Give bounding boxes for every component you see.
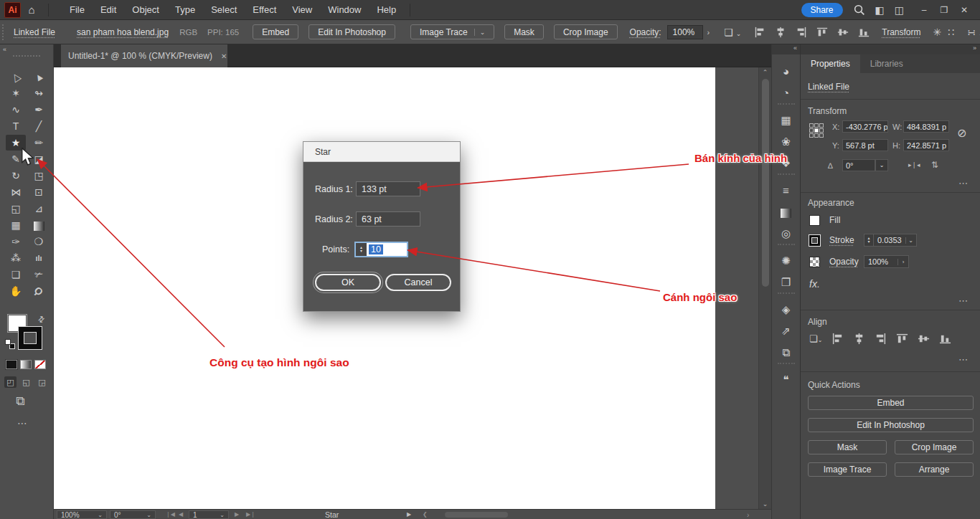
menu-object[interactable]: Object	[124, 4, 167, 15]
transform-link[interactable]: Transform	[882, 27, 920, 37]
horizontal-scroll-thumb[interactable]	[445, 512, 508, 518]
play-icon[interactable]: ▶	[407, 511, 411, 518]
align-horizontal-center-icon[interactable]	[775, 27, 786, 38]
stroke-swatch[interactable]	[809, 235, 820, 246]
stroke-color-swatch[interactable]	[19, 327, 42, 349]
align-vertical-bottom-icon[interactable]	[858, 27, 870, 38]
artboard-number-select[interactable]: 1 ⌄	[189, 510, 229, 519]
workspace-switcher-icon[interactable]: ◫	[895, 4, 904, 16]
h-input[interactable]: 242.8571 p	[903, 139, 949, 151]
swatches-panel-icon[interactable]: ▦	[772, 112, 800, 129]
mesh-tool[interactable]: ▦	[6, 217, 26, 233]
points-field[interactable]: ▴▾ 10	[354, 242, 408, 257]
more-appearance-options-icon[interactable]: ⋯	[958, 295, 969, 306]
width-tool[interactable]: ⋈	[6, 184, 26, 200]
align-vertical-center-icon[interactable]	[837, 27, 849, 38]
align-to-artboard-icon[interactable]: ❏ ⌄	[724, 27, 741, 38]
tab-libraries[interactable]: Libraries	[860, 54, 913, 73]
quick-action-arrange[interactable]: Arrange	[895, 462, 974, 477]
document-tab[interactable]: Untitled-1* @ 100 % (CMYK/Preview) ✕	[61, 44, 227, 67]
quick-action-embed[interactable]: Embed	[808, 396, 974, 410]
first-artboard-icon[interactable]: ❘◀	[166, 511, 175, 518]
illustrator-app-icon[interactable]: Ai	[4, 2, 21, 18]
color-mode-button[interactable]	[6, 360, 17, 369]
artboard-tool[interactable]: ❏	[6, 267, 26, 282]
pen-tool[interactable]: ✒	[29, 102, 49, 118]
opacity-expand-icon[interactable]: ›	[897, 259, 908, 265]
scroll-right-icon[interactable]: ›	[747, 511, 749, 519]
quick-action-mask[interactable]: Mask	[808, 440, 887, 454]
opacity-label[interactable]: Opacity:	[630, 27, 661, 37]
x-input[interactable]: -430.2776 p	[842, 120, 888, 133]
flip-horizontal-icon[interactable]: ▸❘◂	[908, 161, 920, 168]
transparency-panel-icon[interactable]: ◎	[772, 225, 800, 242]
mask-button[interactable]: Mask	[504, 24, 544, 39]
color-guide-panel-icon[interactable]: ◔	[772, 85, 800, 102]
menu-select[interactable]: Select	[203, 4, 245, 15]
share-button[interactable]: Share	[801, 3, 843, 17]
previous-artboard-icon[interactable]: ◀	[179, 511, 183, 518]
home-icon[interactable]: ⌂	[21, 4, 42, 16]
cancel-button[interactable]: Cancel	[385, 274, 451, 291]
brushes-panel-icon[interactable]: ❀	[772, 133, 800, 151]
arrange-documents-icon[interactable]: ◧	[875, 4, 885, 16]
align-horizontal-left-icon[interactable]	[831, 333, 844, 345]
comments-panel-icon[interactable]: ❝	[772, 371, 800, 389]
shapes-grid-icon[interactable]: ∷	[948, 27, 954, 38]
fx-effects-icon[interactable]: fx.	[809, 278, 820, 290]
object-type-label[interactable]: Linked File	[808, 82, 849, 92]
back-icon[interactable]: ❮	[423, 511, 428, 518]
graphic-styles-panel-icon[interactable]: ❐	[772, 274, 800, 291]
align-to-artboard-icon[interactable]: ❏⌄	[809, 333, 822, 344]
chevron-down-icon[interactable]: ⌄	[474, 29, 486, 36]
shape-builder-tool[interactable]: ◱	[6, 201, 26, 216]
quick-action-image-trace[interactable]: Image Trace	[808, 462, 887, 477]
reference-point-selector[interactable]	[809, 123, 824, 138]
draw-normal-icon[interactable]: ◰	[4, 376, 17, 388]
eraser-tool[interactable]: ◪	[29, 151, 49, 167]
expand-panel-icon[interactable]: »	[801, 44, 980, 54]
ok-button[interactable]: OK	[315, 274, 381, 291]
last-artboard-icon[interactable]: ▶❘	[246, 511, 255, 518]
align-horizontal-center-icon[interactable]	[853, 333, 865, 345]
image-trace-button[interactable]: Image Trace⌄	[410, 24, 494, 39]
menu-type[interactable]: Type	[167, 4, 203, 15]
gradient-tool[interactable]	[29, 217, 49, 233]
fill-swatch[interactable]	[809, 215, 820, 226]
y-input[interactable]: 567.8 pt	[842, 139, 888, 151]
opacity-value[interactable]: 100%	[864, 257, 897, 266]
quick-action-edit-in-photoshop[interactable]: Edit In Photoshop	[808, 418, 974, 432]
crop-image-button[interactable]: Crop Image	[554, 24, 618, 39]
menu-file[interactable]: File	[62, 4, 93, 15]
change-screen-mode-icon[interactable]: ⧉	[16, 394, 24, 409]
vertical-scroll-thumb[interactable]	[762, 79, 769, 287]
flip-vertical-icon[interactable]: ⇅	[931, 160, 938, 170]
collapse-tools-icon[interactable]: «	[3, 46, 6, 53]
close-button[interactable]: ✕	[954, 0, 974, 20]
minimize-button[interactable]: –	[914, 0, 934, 20]
menu-window[interactable]: Window	[320, 4, 369, 15]
asset-export-panel-icon[interactable]: ⇗	[772, 323, 800, 340]
embed-button[interactable]: Embed	[253, 24, 298, 39]
align-horizontal-right-icon[interactable]	[875, 333, 887, 345]
align-vertical-bottom-icon[interactable]	[939, 333, 951, 345]
points-input[interactable]: 10	[367, 243, 407, 256]
appearance-panel-icon[interactable]: ✺	[772, 252, 800, 270]
draw-inside-icon[interactable]: ◲	[36, 376, 48, 388]
scroll-down-icon[interactable]: ⌄	[759, 500, 771, 508]
radius2-input[interactable]: 63 pt	[356, 211, 420, 227]
menu-help[interactable]: Help	[369, 4, 404, 15]
stepper-icons[interactable]: ▴▾	[864, 234, 874, 246]
symbol-sprayer-tool[interactable]: ⁂	[6, 250, 26, 266]
constrain-proportions-icon[interactable]: ⊘	[957, 126, 966, 140]
points-stepper-icons[interactable]: ▴▾	[356, 243, 367, 256]
draw-behind-icon[interactable]: ◱	[20, 376, 32, 388]
blend-tool[interactable]: ❍	[29, 234, 49, 249]
rotate-angle-input[interactable]: 0°	[842, 159, 875, 171]
free-transform-icon[interactable]: ✳	[933, 27, 942, 38]
artboards-panel-icon[interactable]: ⧉	[772, 344, 800, 361]
opacity-value-box[interactable]: 100%	[667, 25, 703, 39]
star-tool[interactable]: ★	[6, 135, 26, 151]
eyedropper-tool[interactable]: ✑	[6, 234, 26, 249]
radius1-input[interactable]: 133 pt	[356, 181, 420, 196]
